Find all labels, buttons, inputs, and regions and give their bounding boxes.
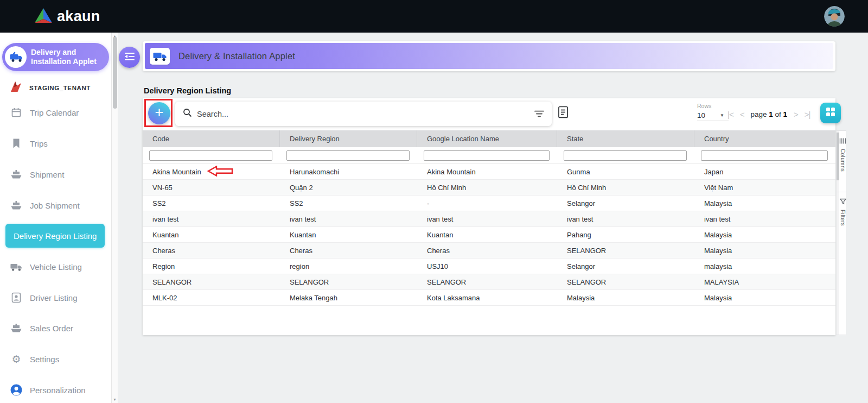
table-cell: Harunakomachi: [280, 164, 417, 179]
table-cell: Malaysia: [557, 290, 694, 305]
column-header-delivery-region[interactable]: Delivery Region: [280, 130, 417, 147]
filters-tab[interactable]: Filters: [839, 197, 846, 226]
table-cell: Selangor: [557, 259, 694, 274]
column-header-state[interactable]: State: [557, 130, 694, 147]
rows-per-page: Rows 10 ▼: [697, 103, 729, 121]
delivery-truck-icon: [150, 48, 170, 65]
table-body: Akina MountainHarunakomachiAkina Mountai…: [143, 164, 835, 306]
brand-name: akaun: [57, 8, 100, 25]
page-current: 1: [769, 110, 773, 118]
column-filter-input-code[interactable]: [149, 150, 272, 161]
rail-divider: [837, 192, 847, 192]
pagination-status: page 1 of 1: [750, 110, 787, 118]
table-row[interactable]: CherasCherasCherasSELANGORMalaysia: [143, 243, 835, 259]
scroll-down-icon[interactable]: ▼: [112, 398, 118, 401]
table-row[interactable]: VN-65Quận 2Hồ Chí MinhHồ Chí MinhViệt Na…: [143, 180, 835, 196]
table-cell: USJ10: [417, 259, 557, 274]
table-cell: SELANGOR: [417, 274, 557, 289]
table-cell: Cheras: [280, 243, 417, 258]
search-input[interactable]: [197, 110, 529, 118]
user-avatar[interactable]: [824, 6, 845, 27]
table-row[interactable]: RegionregionUSJ10Selangormalaysia: [143, 259, 835, 274]
table-row[interactable]: MLK-02Melaka TengahKota LaksamanaMalaysi…: [143, 290, 835, 306]
pagination-first-button[interactable]: |<: [727, 110, 733, 119]
column-header-country[interactable]: Country: [694, 130, 835, 147]
rows-value: 10: [697, 111, 705, 119]
pagination-prev-button[interactable]: <: [740, 110, 744, 119]
sidebar-item-label: Personalization: [30, 386, 86, 395]
table-cell: malaysia: [694, 259, 835, 274]
of-word: of: [775, 110, 781, 118]
columns-tab[interactable]: Columns: [839, 136, 846, 172]
person-circle-icon: [10, 384, 22, 396]
table-cell: ivan test: [694, 211, 835, 226]
topbar: akaun: [0, 0, 868, 33]
search-bar: [175, 102, 552, 126]
columns-icon: [839, 136, 846, 146]
column-header-google-location-name[interactable]: Google Location Name: [417, 130, 557, 147]
rows-per-page-select[interactable]: 10 ▼: [697, 111, 729, 121]
pagination-next-button[interactable]: >: [794, 110, 798, 119]
sidebar-item-label: Shipment: [30, 170, 64, 179]
column-filter-row: [143, 147, 835, 164]
table-cell: Cheras: [417, 243, 557, 258]
bookmark-icon: [10, 138, 22, 149]
sidebar-item-trips[interactable]: Trips: [10, 137, 48, 150]
sidebar-scrollbar[interactable]: ▲ ▼: [111, 33, 118, 403]
columns-tab-label: Columns: [840, 149, 846, 172]
table-cell: SELANGOR: [143, 274, 280, 289]
filter-list-icon[interactable]: [534, 110, 544, 117]
gear-icon: ⚙: [10, 354, 22, 364]
column-filter-input-google-location-name[interactable]: [424, 150, 550, 161]
table-row[interactable]: ivan testivan testivan testivan testivan…: [143, 211, 835, 227]
column-filter-input-state[interactable]: [564, 150, 687, 161]
table-cell: ivan test: [557, 211, 694, 226]
table-cell: Malaysia: [694, 243, 835, 258]
sidebar-item-settings[interactable]: ⚙ Settings: [10, 352, 59, 366]
table-row[interactable]: KuantanKuantanKuantanPahangMalaysia: [143, 227, 835, 243]
sidebar-item-label: Vehicle Listing: [30, 262, 82, 272]
sidebar-item-job-shipment[interactable]: Job Shipment: [10, 199, 80, 212]
table-cell: Akina Mountain: [417, 164, 557, 179]
applet-badge-line1: Delivery and: [31, 48, 97, 57]
applet-badge[interactable]: Delivery and Installation Applet: [2, 43, 109, 71]
table-cell: Cheras: [143, 243, 280, 258]
ship-icon: [10, 169, 22, 180]
ship-icon: [10, 200, 22, 211]
sidebar-item-label: Delivery Region Listing: [14, 231, 97, 241]
table-cell: SS2: [143, 196, 280, 211]
applet-badge-label: Delivery and Installation Applet: [31, 48, 97, 66]
column-filter-input-delivery-region[interactable]: [286, 150, 410, 161]
sidebar-item-delivery-region-listing[interactable]: Delivery Region Listing: [5, 224, 105, 248]
brand-logo: akaun: [35, 8, 100, 25]
table-cell: Melaka Tengah: [280, 290, 417, 305]
tenant-selector[interactable]: STAGING_TENANT: [9, 80, 91, 95]
saved-list-icon[interactable]: [557, 105, 569, 119]
sidebar: Delivery and Installation Applet STAGING…: [0, 33, 111, 403]
table-row[interactable]: Akina MountainHarunakomachiAkina Mountai…: [143, 164, 835, 180]
apps-grid-button[interactable]: [820, 103, 841, 123]
sidebar-item-trip-calendar[interactable]: Trip Calendar: [10, 106, 79, 119]
menu-collapse-icon: [124, 52, 135, 63]
calendar-icon: [10, 107, 22, 118]
table-row[interactable]: SS2SS2-SelangorMalaysia: [143, 196, 835, 211]
sidebar-item-personalization[interactable]: Personalization: [10, 383, 86, 396]
sidebar-item-vehicle-listing[interactable]: Vehicle Listing: [10, 260, 82, 273]
scrollbar-thumb[interactable]: [113, 37, 117, 109]
sidebar-collapse-button[interactable]: [119, 47, 140, 68]
sidebar-item-sales-order[interactable]: Sales Order: [10, 322, 73, 335]
table-cell: ivan test: [417, 211, 557, 226]
sidebar-item-shipment[interactable]: Shipment: [10, 168, 64, 181]
sidebar-item-driver-listing[interactable]: Driver Listing: [10, 291, 78, 304]
tenant-icon: [9, 80, 22, 95]
pagination-last-button[interactable]: >|: [805, 110, 810, 119]
column-filter-input-country[interactable]: [701, 150, 828, 161]
page-total: 1: [783, 110, 788, 118]
table-row[interactable]: SELANGORSELANGORSELANGORSELANGORMALAYSIA: [143, 274, 835, 290]
rows-label: Rows: [697, 103, 729, 109]
table-cell: Region: [143, 259, 280, 274]
applet-badge-line2: Installation Applet: [31, 57, 97, 66]
column-header-code[interactable]: Code: [143, 130, 280, 147]
table-header: Code Delivery Region Google Location Nam…: [143, 130, 835, 147]
grid-icon: [826, 107, 835, 119]
